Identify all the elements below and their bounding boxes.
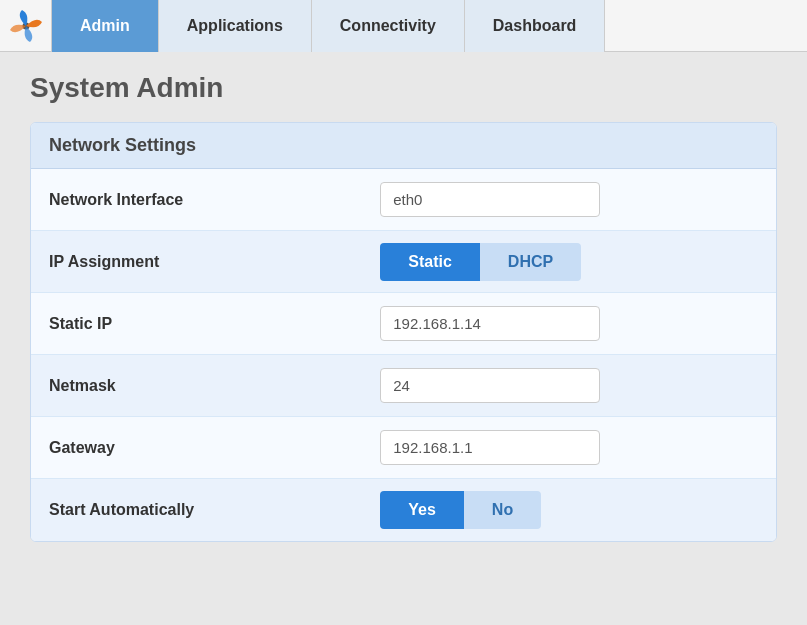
logo bbox=[0, 0, 52, 52]
tab-connectivity[interactable]: Connectivity bbox=[311, 0, 465, 52]
row-gateway: Gateway bbox=[31, 417, 776, 479]
network-interface-input[interactable] bbox=[380, 182, 600, 217]
value-start-automatically: Yes No bbox=[366, 481, 776, 539]
ip-assignment-toggle: Static DHCP bbox=[380, 243, 581, 281]
gateway-input[interactable] bbox=[380, 430, 600, 465]
label-static-ip: Static IP bbox=[31, 301, 366, 347]
start-auto-toggle: Yes No bbox=[380, 491, 541, 529]
tab-applications[interactable]: Applications bbox=[158, 0, 312, 52]
tab-admin[interactable]: Admin bbox=[51, 0, 159, 52]
row-network-interface: Network Interface bbox=[31, 169, 776, 231]
value-gateway bbox=[366, 420, 776, 475]
topbar: Admin Applications Connectivity Dashboar… bbox=[0, 0, 807, 52]
logo-icon bbox=[8, 8, 44, 44]
no-button[interactable]: No bbox=[464, 491, 541, 529]
page-content: System Admin Network Settings Network In… bbox=[0, 52, 807, 562]
netmask-input[interactable] bbox=[380, 368, 600, 403]
row-netmask: Netmask bbox=[31, 355, 776, 417]
static-ip-input[interactable] bbox=[380, 306, 600, 341]
yes-button[interactable]: Yes bbox=[380, 491, 464, 529]
tab-dashboard[interactable]: Dashboard bbox=[464, 0, 606, 52]
page-title: System Admin bbox=[30, 72, 777, 104]
card-header: Network Settings bbox=[31, 123, 776, 169]
value-ip-assignment: Static DHCP bbox=[366, 233, 776, 291]
row-ip-assignment: IP Assignment Static DHCP bbox=[31, 231, 776, 293]
label-netmask: Netmask bbox=[31, 363, 366, 409]
static-button[interactable]: Static bbox=[380, 243, 480, 281]
label-network-interface: Network Interface bbox=[31, 177, 366, 223]
value-netmask bbox=[366, 358, 776, 413]
network-settings-card: Network Settings Network Interface IP As… bbox=[30, 122, 777, 542]
value-static-ip bbox=[366, 296, 776, 351]
label-start-automatically: Start Automatically bbox=[31, 487, 366, 533]
label-ip-assignment: IP Assignment bbox=[31, 239, 366, 285]
dhcp-button[interactable]: DHCP bbox=[480, 243, 581, 281]
row-static-ip: Static IP bbox=[31, 293, 776, 355]
label-gateway: Gateway bbox=[31, 425, 366, 471]
value-network-interface bbox=[366, 172, 776, 227]
row-start-automatically: Start Automatically Yes No bbox=[31, 479, 776, 541]
